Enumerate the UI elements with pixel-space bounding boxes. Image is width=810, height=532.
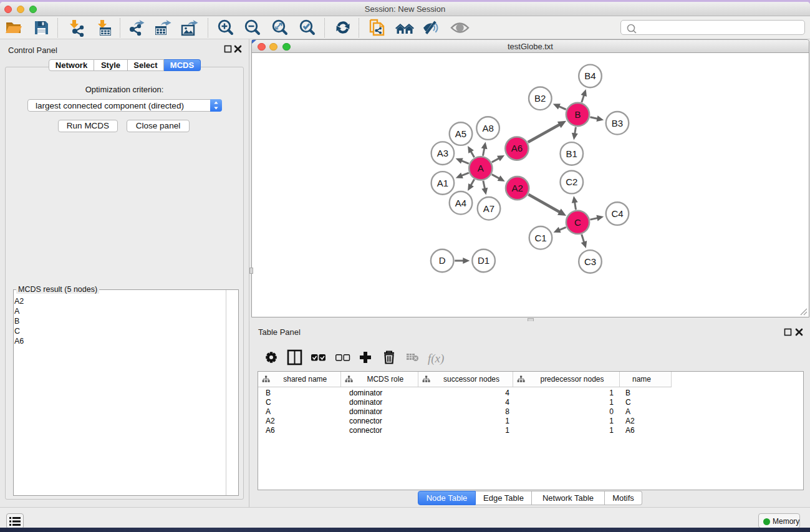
svg-text:C3: C3 [584,256,596,267]
svg-text:A2: A2 [511,183,523,193]
svg-text:B3: B3 [612,118,623,128]
svg-text:B: B [574,109,581,120]
svg-text:B2: B2 [534,93,546,104]
svg-text:B4: B4 [584,70,595,81]
svg-text:A1: A1 [437,178,448,188]
svg-text:C4: C4 [611,208,623,219]
svg-text:D: D [439,255,446,266]
svg-text:A3: A3 [437,148,448,158]
svg-text:C1: C1 [534,233,546,243]
svg-text:A7: A7 [483,203,494,214]
svg-text:D1: D1 [478,255,489,266]
svg-text:A6: A6 [511,143,523,153]
svg-text:C2: C2 [566,177,577,187]
svg-text:A: A [478,163,484,173]
svg-text:A5: A5 [455,128,466,139]
svg-text:C: C [574,217,581,228]
svg-text:B1: B1 [566,148,577,159]
svg-text:f(x): f(x) [428,352,444,365]
svg-text:A8: A8 [482,123,493,133]
svg-text:A4: A4 [455,198,466,208]
